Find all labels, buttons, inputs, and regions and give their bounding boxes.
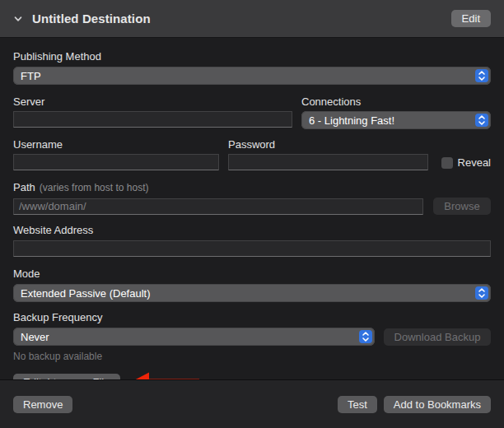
username-label: Username bbox=[13, 138, 219, 151]
footer-right-buttons: Test Add to Bookmarks bbox=[338, 396, 491, 413]
path-label-row: Path (varies from host to host) bbox=[13, 181, 491, 194]
password-input[interactable] bbox=[228, 154, 428, 170]
website-address-input[interactable] bbox=[13, 240, 491, 257]
footer-bar: Remove Test Add to Bookmarks bbox=[0, 379, 504, 428]
form-content: Publishing Method FTP Server Connections bbox=[0, 38, 504, 379]
popup-stepper-icon bbox=[475, 69, 488, 82]
add-to-bookmarks-button[interactable]: Add to Bookmarks bbox=[384, 396, 491, 413]
edit-htaccess-button[interactable]: Edit .htaccess File bbox=[13, 374, 120, 380]
connections-label: Connections bbox=[301, 95, 491, 109]
header-bar: Untitled Destination Edit bbox=[0, 0, 504, 38]
red-arrow-annotation-icon bbox=[131, 370, 200, 379]
username-group: Username bbox=[13, 138, 219, 170]
server-group: Server bbox=[13, 95, 292, 129]
backup-row: Never Download Backup bbox=[13, 328, 491, 346]
download-backup-button[interactable]: Download Backup bbox=[384, 328, 491, 346]
connections-select[interactable]: 6 - Lightning Fast! bbox=[301, 111, 491, 129]
backup-frequency-label: Backup Frequency bbox=[13, 311, 491, 324]
htaccess-row: Edit .htaccess File bbox=[13, 370, 491, 379]
mode-label: Mode bbox=[13, 268, 491, 281]
publishing-method-select[interactable]: FTP bbox=[13, 67, 491, 85]
mode-value: Extended Passive (Default) bbox=[21, 287, 151, 300]
remove-button[interactable]: Remove bbox=[13, 396, 72, 413]
popup-stepper-icon bbox=[475, 114, 488, 127]
edit-button[interactable]: Edit bbox=[451, 10, 491, 27]
server-connections-row: Server Connections 6 - Lightning Fast! bbox=[13, 95, 491, 129]
username-input[interactable] bbox=[13, 154, 219, 170]
backup-frequency-group: Backup Frequency Never Download Backup N… bbox=[13, 311, 491, 362]
server-input[interactable] bbox=[13, 111, 292, 128]
path-group: Path (varies from host to host) Browse bbox=[13, 181, 491, 215]
popup-stepper-icon bbox=[475, 286, 488, 300]
connections-value: 6 - Lightning Fast! bbox=[309, 114, 394, 127]
website-address-label: Website Address bbox=[13, 224, 491, 237]
website-address-group: Website Address bbox=[13, 224, 491, 257]
password-group: Password bbox=[228, 138, 428, 170]
test-button[interactable]: Test bbox=[338, 396, 377, 413]
credentials-row: Username Password Reveal bbox=[13, 138, 491, 170]
destination-title: Untitled Destination bbox=[32, 12, 151, 26]
path-hint: (varies from host to host) bbox=[40, 182, 149, 193]
mode-select[interactable]: Extended Passive (Default) bbox=[13, 284, 491, 302]
path-input[interactable] bbox=[13, 198, 423, 215]
path-field-row: Browse bbox=[13, 198, 491, 215]
publishing-method-label: Publishing Method bbox=[13, 50, 491, 63]
backup-frequency-value: Never bbox=[21, 331, 49, 343]
popup-stepper-icon bbox=[359, 330, 372, 343]
mode-group: Mode Extended Passive (Default) bbox=[13, 268, 491, 302]
backup-frequency-select[interactable]: Never bbox=[13, 328, 375, 346]
disclosure-chevron-down-icon[interactable] bbox=[13, 14, 23, 24]
publishing-method-value: FTP bbox=[21, 70, 41, 82]
publishing-method-group: Publishing Method FTP bbox=[13, 50, 491, 85]
reveal-checkbox[interactable] bbox=[441, 157, 453, 169]
destination-panel: Untitled Destination Edit Publishing Met… bbox=[0, 0, 504, 428]
reveal-checkbox-group[interactable]: Reveal bbox=[441, 156, 491, 169]
password-label: Password bbox=[228, 138, 428, 151]
connections-group: Connections 6 - Lightning Fast! bbox=[301, 95, 491, 129]
server-label: Server bbox=[13, 95, 292, 109]
reveal-label: Reveal bbox=[458, 156, 491, 169]
path-label: Path bbox=[13, 181, 35, 194]
browse-button[interactable]: Browse bbox=[433, 198, 491, 215]
backup-status-text: No backup available bbox=[13, 351, 491, 362]
